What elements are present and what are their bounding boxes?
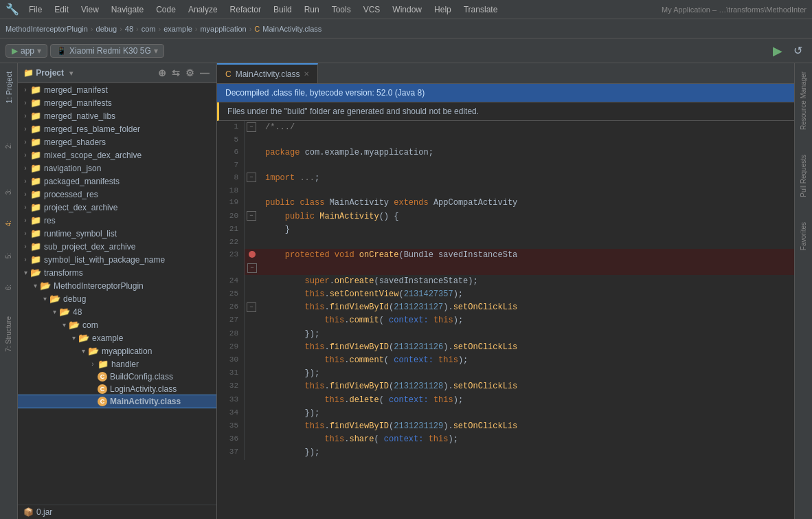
code-lines: 1 − /*.../ 5 6 package com.example.myapp… — [217, 121, 794, 460]
panel-favorites-right[interactable]: Favorites — [797, 217, 810, 256]
tree-arrow: › — [21, 99, 30, 107]
line-num-32: 32 — [217, 380, 245, 393]
gutter-19 — [245, 197, 260, 210]
menu-edit[interactable]: Edit — [49, 3, 74, 16]
folder-icon: 📁 — [30, 163, 41, 173]
menu-window[interactable]: Window — [387, 3, 427, 16]
code-line-6: 6 package com.example.myapplication; — [217, 146, 794, 159]
menu-translate[interactable]: Translate — [458, 3, 504, 16]
menu-view[interactable]: View — [76, 3, 104, 16]
breadcrumb-debug[interactable]: debug — [96, 25, 117, 33]
tree-item-com[interactable]: ▾📂com — [18, 318, 216, 331]
tree-item-project-dex-archive[interactable]: ›📁project_dex_archive — [18, 201, 216, 214]
line-num-23: 23 — [217, 249, 245, 275]
panel-3[interactable]: 3: — [2, 184, 15, 200]
file-tree: ›📁merged_manifest›📁merged_manifests›📁mer… — [18, 83, 216, 505]
tree-item-navigation-json[interactable]: ›📁navigation_json — [18, 162, 216, 175]
tree-item-myapplication[interactable]: ▾📂myapplication — [18, 344, 216, 357]
gutter-26[interactable]: − — [245, 301, 260, 314]
project-dropdown-arrow[interactable]: ▾ — [69, 69, 73, 77]
tree-item-buildconfig-class[interactable]: CBuildConfig.class — [18, 371, 216, 383]
code-line-23: 23 − protected void onCreate(Bundle save… — [217, 249, 794, 275]
folder-icon: 📁 — [30, 202, 41, 212]
breadcrumb-com[interactable]: com — [142, 25, 156, 33]
device-label: Xiaomi Redmi K30 5G — [69, 46, 151, 56]
tree-item-merged-manifests[interactable]: ›📁merged_manifests — [18, 96, 216, 109]
run-config-selector[interactable]: ▶ app ▾ — [5, 44, 47, 58]
locate-icon[interactable]: ⊕ — [157, 66, 168, 80]
panel-pull-requests[interactable]: Pull Requests — [797, 149, 810, 203]
tree-item-symbol-list-with-package-name[interactable]: ›📁symbol_list_with_package_name — [18, 253, 216, 266]
code-editor[interactable]: 1 − /*.../ 5 6 package com.example.myapp… — [217, 121, 794, 519]
tree-item-48[interactable]: ▾📂48 — [18, 305, 216, 318]
menu-build[interactable]: Build — [268, 3, 297, 16]
tab-close-button[interactable]: ✕ — [304, 70, 309, 78]
menu-navigate[interactable]: Navigate — [106, 3, 149, 16]
gutter-1[interactable]: − — [245, 121, 260, 134]
panel-project[interactable]: 1: Project — [2, 66, 16, 109]
breadcrumb-myapplication[interactable]: myapplication — [200, 25, 246, 33]
line-num-18: 18 — [217, 185, 245, 197]
hide-icon[interactable]: — — [199, 66, 211, 80]
tree-item-handler[interactable]: ›📁handler — [18, 357, 216, 371]
tree-item-runtime-symbol-list[interactable]: ›📁runtime_symbol_list — [18, 227, 216, 240]
tree-item-merged-manifest[interactable]: ›📁merged_manifest — [18, 83, 216, 96]
collapse-icon[interactable]: ⇆ — [170, 66, 181, 80]
gutter-28 — [245, 328, 260, 341]
tree-item-debug[interactable]: ▾📂debug — [18, 292, 216, 305]
tree-item-merged-native-libs[interactable]: ›📁merged_native_libs — [18, 109, 216, 122]
breadcrumb-file[interactable]: MainActivity.class — [262, 25, 322, 33]
panel-resource-manager[interactable]: Resource Manager — [797, 66, 810, 135]
gutter-8[interactable]: − — [245, 172, 260, 185]
menu-analyze[interactable]: Analyze — [183, 3, 223, 16]
breadcrumb-example[interactable]: example — [163, 25, 192, 33]
panel-6[interactable]: 6: — [2, 279, 15, 296]
breadcrumb-48[interactable]: 48 — [125, 25, 133, 33]
panel-run[interactable]: 4: — [2, 215, 15, 232]
menu-tools[interactable]: Tools — [326, 3, 357, 16]
class-file-icon: C — [98, 372, 107, 382]
tree-item-res[interactable]: ›📁res — [18, 214, 216, 227]
tree-item-mainactivity-class[interactable]: CMainActivity.class — [18, 395, 216, 408]
line-content-32: this.findViewByID(2131231128).setOnClick… — [260, 380, 794, 393]
breadcrumb-method-interceptor[interactable]: MethodInterceptorPlugin — [5, 25, 88, 33]
jar-file-item[interactable]: 📦 0.jar — [18, 505, 216, 519]
gutter-21 — [245, 223, 260, 236]
tree-item-methodinterceptorplugin[interactable]: ▾📂MethodInterceptorPlugin — [18, 279, 216, 292]
tree-item-loginactivity-class[interactable]: CLoginActivity.class — [18, 383, 216, 395]
tree-item-packaged-manifests[interactable]: ›📁packaged_manifests — [18, 175, 216, 188]
tree-item-transforms[interactable]: ▾📂transforms — [18, 266, 216, 279]
tree-item-sub-project-dex-archive[interactable]: ›📁sub_project_dex_archive — [18, 240, 216, 253]
tree-item-merged-shaders[interactable]: ›📁merged_shaders — [18, 135, 216, 148]
menu-run[interactable]: Run — [299, 3, 325, 16]
fold-icon-8[interactable]: − — [247, 173, 256, 182]
panel-structure[interactable]: 7: Structure — [2, 311, 15, 357]
tab-main-activity[interactable]: C MainActivity.class ✕ — [217, 63, 318, 83]
run-button[interactable]: ▶ — [769, 43, 787, 59]
menu-help[interactable]: Help — [429, 3, 457, 16]
tree-item-mixed-scope-dex-archive[interactable]: ›📁mixed_scope_dex_archive — [18, 148, 216, 162]
fold-icon-20[interactable]: − — [247, 211, 256, 221]
fold-icon-1[interactable]: − — [247, 122, 256, 132]
panel-5[interactable]: 5: — [2, 247, 15, 264]
panel-favorites[interactable]: 2: — [2, 137, 15, 154]
tree-item-processed-res[interactable]: ›📁processed_res — [18, 188, 216, 201]
device-selector[interactable]: 📱 Xiaomi Redmi K30 5G ▾ — [50, 44, 164, 58]
tree-item-example[interactable]: ▾📂example — [18, 331, 216, 344]
code-line-37: 37 }); — [217, 446, 794, 459]
menu-code[interactable]: Code — [150, 3, 181, 16]
line-content-5 — [260, 134, 794, 146]
settings-icon[interactable]: ⚙ — [184, 66, 196, 80]
line-content-27: this.commit( context: this); — [260, 314, 794, 327]
code-line-21: 21 } — [217, 223, 794, 236]
line-content-26: this.findViewById(2131231127).setOnClick… — [260, 301, 794, 314]
fold-icon-26[interactable]: − — [247, 302, 256, 312]
tree-item-merged-res-blame-folder[interactable]: ›📁merged_res_blame_folder — [18, 122, 216, 135]
menu-file[interactable]: File — [23, 3, 47, 16]
code-line-28: 28 }); — [217, 328, 794, 341]
fold-icon-23[interactable]: − — [247, 263, 257, 273]
debug-button[interactable]: ↺ — [789, 43, 807, 58]
menu-vcs[interactable]: VCS — [358, 3, 386, 16]
menu-refactor[interactable]: Refactor — [225, 3, 267, 16]
gutter-20[interactable]: − — [245, 210, 260, 223]
